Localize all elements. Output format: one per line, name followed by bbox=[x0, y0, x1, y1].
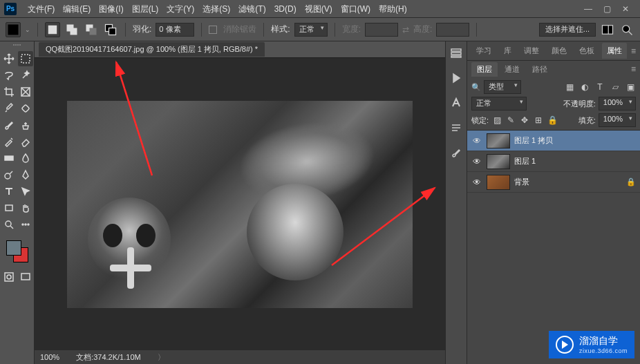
filter-adjust-icon[interactable]: ◐ bbox=[579, 82, 590, 93]
canvas-wrap[interactable] bbox=[35, 58, 445, 350]
svg-rect-30 bbox=[451, 49, 461, 51]
lasso-tool-icon[interactable] bbox=[1, 68, 17, 83]
hand-tool-icon[interactable] bbox=[18, 200, 33, 215]
layer-row[interactable]: 👁 背景 🔒 bbox=[467, 172, 640, 193]
layer-row[interactable]: 👁 图层 1 拷贝 bbox=[467, 131, 640, 151]
layer-name[interactable]: 图层 1 bbox=[514, 156, 636, 166]
type-tool-icon[interactable] bbox=[1, 184, 17, 199]
filter-type-icon[interactable]: T bbox=[594, 82, 605, 93]
layer-row[interactable]: 👁 图层 1 bbox=[467, 151, 640, 172]
svg-rect-25 bbox=[5, 273, 13, 281]
visibility-icon[interactable]: 👁 bbox=[471, 178, 482, 187]
menu-filter[interactable]: 滤镜(T) bbox=[234, 0, 270, 18]
menu-select[interactable]: 选择(S) bbox=[198, 0, 234, 18]
tab-layers[interactable]: 图层 bbox=[471, 62, 498, 77]
screenmode-icon[interactable] bbox=[18, 269, 33, 285]
svg-point-23 bbox=[25, 224, 26, 225]
marquee-tool-icon[interactable] bbox=[18, 51, 33, 66]
tab-swatches[interactable]: 色板 bbox=[574, 43, 599, 59]
extra-tool-icon[interactable] bbox=[18, 217, 33, 232]
history-brush-tool-icon[interactable] bbox=[1, 134, 17, 149]
lock-paint-icon[interactable]: ✎ bbox=[505, 115, 516, 126]
fill-select[interactable]: 100% bbox=[599, 113, 636, 127]
brush-panel-icon[interactable] bbox=[450, 146, 462, 159]
menu-view[interactable]: 视图(V) bbox=[301, 0, 337, 18]
intersect-selection-icon[interactable] bbox=[103, 22, 118, 37]
canvas[interactable] bbox=[67, 101, 413, 308]
path-select-tool-icon[interactable] bbox=[18, 184, 33, 199]
eraser-tool-icon[interactable] bbox=[18, 134, 33, 149]
dodge-tool-icon[interactable] bbox=[1, 167, 17, 182]
paragraph-panel-icon[interactable] bbox=[450, 122, 462, 134]
filter-shape-icon[interactable]: ▱ bbox=[610, 82, 621, 93]
menu-type[interactable]: 文字(Y) bbox=[162, 0, 198, 18]
lock-transparent-icon[interactable]: ▨ bbox=[491, 115, 502, 126]
menu-file[interactable]: 文件(F) bbox=[23, 0, 59, 18]
tab-channels[interactable]: 通道 bbox=[499, 62, 525, 77]
crop-tool-icon[interactable] bbox=[1, 84, 17, 99]
layer-thumbnail[interactable] bbox=[487, 133, 510, 149]
foreground-color-swatch[interactable] bbox=[6, 240, 21, 256]
menu-edit[interactable]: 编辑(E) bbox=[59, 0, 95, 18]
tab-libraries[interactable]: 库 bbox=[499, 43, 516, 59]
layers-menu-icon[interactable]: ≡ bbox=[631, 64, 636, 74]
frame-tool-icon[interactable] bbox=[18, 84, 33, 99]
lock-artboard-icon[interactable]: ⊞ bbox=[533, 115, 544, 126]
subtract-selection-icon[interactable] bbox=[84, 22, 99, 37]
pen-tool-icon[interactable] bbox=[18, 167, 33, 182]
rectangle-tool-icon[interactable] bbox=[1, 200, 17, 215]
zoom-tool-icon[interactable] bbox=[1, 217, 17, 232]
lock-position-icon[interactable]: ✥ bbox=[519, 115, 530, 126]
menu-image[interactable]: 图像(I) bbox=[95, 0, 127, 18]
tab-properties[interactable]: 属性 bbox=[602, 43, 627, 59]
zoom-level[interactable]: 100% bbox=[40, 353, 59, 361]
layer-filter-select[interactable]: 类型 bbox=[484, 80, 521, 94]
style-select[interactable]: 正常 bbox=[294, 23, 328, 37]
blur-tool-icon[interactable] bbox=[18, 151, 33, 166]
tab-adjustments[interactable]: 调整 bbox=[519, 43, 544, 59]
maximize-icon[interactable]: ▢ bbox=[603, 4, 611, 14]
gradient-tool-icon[interactable] bbox=[1, 151, 17, 166]
layer-thumbnail[interactable] bbox=[487, 175, 510, 190]
width-input bbox=[365, 23, 398, 37]
add-selection-icon[interactable] bbox=[64, 22, 79, 37]
document-tab[interactable]: QQ截图20190417164607.jpg @ 100% (图层 1 拷贝, … bbox=[39, 42, 265, 57]
menu-help[interactable]: 帮助(H) bbox=[375, 0, 411, 18]
color-swatches[interactable] bbox=[5, 239, 30, 264]
lock-all-icon[interactable]: 🔒 bbox=[547, 115, 558, 126]
filter-pixel-icon[interactable]: ▦ bbox=[564, 82, 575, 93]
search-icon[interactable] bbox=[619, 22, 634, 37]
character-panel-icon[interactable] bbox=[450, 97, 462, 109]
tab-paths[interactable]: 路径 bbox=[527, 62, 553, 77]
clone-tool-icon[interactable] bbox=[18, 117, 33, 133]
brush-tool-icon[interactable] bbox=[1, 117, 17, 133]
filter-smart-icon[interactable]: ▣ bbox=[625, 82, 636, 93]
new-selection-icon[interactable] bbox=[45, 22, 60, 37]
healing-tool-icon[interactable] bbox=[18, 101, 33, 116]
close-icon[interactable]: ✕ bbox=[622, 4, 629, 14]
visibility-icon[interactable]: 👁 bbox=[471, 157, 482, 166]
menu-3d[interactable]: 3D(D) bbox=[270, 0, 301, 18]
layer-name[interactable]: 图层 1 拷贝 bbox=[514, 135, 636, 146]
marquee-tool-preset-icon[interactable] bbox=[6, 22, 21, 37]
menu-window[interactable]: 窗口(W) bbox=[337, 0, 375, 18]
layer-thumbnail[interactable] bbox=[487, 154, 510, 169]
magic-wand-tool-icon[interactable] bbox=[18, 68, 33, 83]
move-tool-icon[interactable] bbox=[1, 51, 17, 66]
quickmask-icon[interactable] bbox=[1, 269, 17, 285]
workspace-icon[interactable] bbox=[600, 22, 615, 37]
minimize-icon[interactable]: — bbox=[584, 4, 592, 14]
history-panel-icon[interactable] bbox=[450, 47, 462, 59]
opacity-select[interactable]: 100% bbox=[599, 97, 636, 111]
blend-mode-select[interactable]: 正常 bbox=[471, 97, 527, 111]
panel-menu-icon[interactable]: ≡ bbox=[631, 46, 636, 56]
actions-panel-icon[interactable] bbox=[450, 72, 462, 84]
visibility-icon[interactable]: 👁 bbox=[471, 136, 482, 146]
tab-color[interactable]: 颜色 bbox=[547, 43, 572, 59]
menu-layer[interactable]: 图层(L) bbox=[128, 0, 163, 18]
feather-input[interactable] bbox=[156, 23, 194, 37]
select-mask-button[interactable]: 选择并遮住... bbox=[539, 23, 596, 37]
eyedropper-tool-icon[interactable] bbox=[1, 101, 17, 116]
tab-learn[interactable]: 学习 bbox=[471, 43, 496, 59]
layer-name[interactable]: 背景 bbox=[514, 177, 622, 187]
